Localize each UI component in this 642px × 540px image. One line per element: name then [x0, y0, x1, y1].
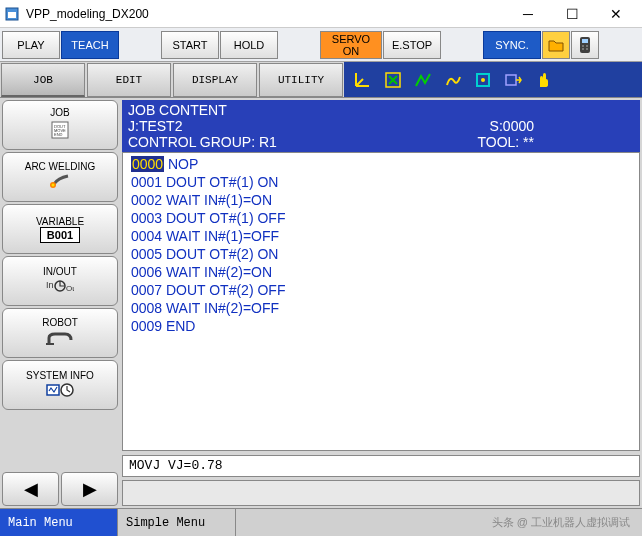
- tab-display[interactable]: DISPLAY: [173, 63, 257, 97]
- job-header: JOB CONTENT J:TEST2 S:0000 CONTROL GROUP…: [122, 100, 640, 152]
- tab-edit[interactable]: EDIT: [87, 63, 171, 97]
- sidebar-system-info[interactable]: SYSTEM INFO: [2, 360, 118, 410]
- sidebar-arc-label: ARC WELDING: [25, 161, 96, 172]
- minimize-button[interactable]: ─: [506, 1, 550, 27]
- svg-text:END: END: [54, 132, 63, 137]
- variable-value: B001: [40, 227, 80, 243]
- svg-point-7: [586, 48, 588, 50]
- content-pane: JOB CONTENT J:TEST2 S:0000 CONTROL GROUP…: [120, 98, 642, 508]
- status-bar: [122, 480, 640, 506]
- speed-icon[interactable]: [410, 67, 436, 93]
- job-name: J:TEST2: [128, 118, 182, 134]
- sidebar-sysinfo-label: SYSTEM INFO: [26, 370, 94, 381]
- svg-rect-3: [582, 39, 588, 43]
- menu-bar: JOB EDIT DISPLAY UTILITY: [0, 62, 642, 98]
- document-icon: DOUTMOVEEND: [49, 120, 71, 144]
- estop-button[interactable]: E.STOP: [383, 31, 441, 59]
- svg-point-10: [481, 78, 485, 82]
- program-line[interactable]: 0008 WAIT IN#(2)=OFF: [127, 299, 635, 317]
- watermark: 头条 @ 工业机器人虚拟调试: [236, 509, 642, 536]
- program-line[interactable]: 0004 WAIT IN#(1)=OFF: [127, 227, 635, 245]
- play-button[interactable]: PLAY: [2, 31, 60, 59]
- command-line[interactable]: MOVJ VJ=0.78: [122, 455, 640, 477]
- sidebar-robot[interactable]: ROBOT: [2, 308, 118, 358]
- coord-icon[interactable]: [350, 67, 376, 93]
- control-group: CONTROL GROUP: R1: [128, 134, 277, 150]
- step-display: S:0000: [490, 118, 534, 134]
- mode-toolbar: PLAY TEACH START HOLD SERVO ON E.STOP SY…: [0, 28, 642, 62]
- program-line[interactable]: 0006 WAIT IN#(2)=ON: [127, 263, 635, 281]
- step-icon[interactable]: [500, 67, 526, 93]
- frame-icon[interactable]: [470, 67, 496, 93]
- program-line[interactable]: 0007 DOUT OT#(2) OFF: [127, 281, 635, 299]
- sidebar-inout[interactable]: IN/OUT InOut: [2, 256, 118, 306]
- program-listing[interactable]: 0000 NOP 0001 DOUT OT#(1) ON 0002 WAIT I…: [122, 152, 640, 451]
- robot-arm-icon: [45, 330, 75, 350]
- start-button[interactable]: START: [161, 31, 219, 59]
- program-line[interactable]: 0003 DOUT OT#(1) OFF: [127, 209, 635, 227]
- svg-rect-1: [8, 12, 16, 18]
- window-title: VPP_modeling_DX200: [26, 7, 506, 21]
- close-button[interactable]: ✕: [594, 1, 638, 27]
- torch-icon: [48, 174, 72, 194]
- program-line[interactable]: 0001 DOUT OT#(1) ON: [127, 173, 635, 191]
- run-icon[interactable]: [440, 67, 466, 93]
- teach-button[interactable]: TEACH: [61, 31, 119, 59]
- simple-menu-button[interactable]: Simple Menu: [118, 509, 236, 536]
- sync-button[interactable]: SYNC.: [483, 31, 541, 59]
- sidebar-robot-label: ROBOT: [42, 317, 78, 328]
- sidebar-variable[interactable]: VARIABLE B001: [2, 204, 118, 254]
- svg-text:Out: Out: [66, 284, 74, 293]
- sidebar-inout-label: IN/OUT: [43, 266, 77, 277]
- svg-text:In: In: [46, 280, 54, 290]
- program-line[interactable]: 0009 END: [127, 317, 635, 335]
- bottom-bar: Main Menu Simple Menu 头条 @ 工业机器人虚拟调试: [0, 508, 642, 536]
- pendant-icon[interactable]: [571, 31, 599, 59]
- sidebar-job-label: JOB: [50, 107, 69, 118]
- program-line[interactable]: 0005 DOUT OT#(2) ON: [127, 245, 635, 263]
- svg-rect-21: [46, 343, 54, 345]
- nav-prev-button[interactable]: ◀: [2, 472, 59, 506]
- svg-point-5: [586, 45, 588, 47]
- main-menu-button[interactable]: Main Menu: [0, 509, 118, 536]
- maximize-button[interactable]: ☐: [550, 1, 594, 27]
- title-bar: VPP_modeling_DX200 ─ ☐ ✕: [0, 0, 642, 28]
- main-area: JOB DOUTMOVEEND ARC WELDING VARIABLE B00…: [0, 98, 642, 508]
- svg-rect-11: [506, 75, 516, 85]
- sidebar-variable-label: VARIABLE: [36, 216, 84, 227]
- tab-utility[interactable]: UTILITY: [259, 63, 343, 97]
- job-content-title: JOB CONTENT: [128, 102, 634, 118]
- icon-toolbar: [344, 62, 642, 97]
- inout-icon: InOut: [46, 279, 74, 297]
- app-icon: [4, 6, 20, 22]
- sidebar: JOB DOUTMOVEEND ARC WELDING VARIABLE B00…: [0, 98, 120, 508]
- folder-icon[interactable]: [542, 31, 570, 59]
- svg-point-6: [582, 48, 584, 50]
- program-line[interactable]: 0002 WAIT IN#(1)=ON: [127, 191, 635, 209]
- hold-button[interactable]: HOLD: [220, 31, 278, 59]
- hand-icon[interactable]: [530, 67, 556, 93]
- tab-job[interactable]: JOB: [1, 63, 85, 97]
- svg-point-17: [52, 183, 55, 186]
- servo-on-button[interactable]: SERVO ON: [320, 31, 382, 59]
- safety-icon[interactable]: [380, 67, 406, 93]
- program-line[interactable]: 0000 NOP: [127, 155, 635, 173]
- system-info-icon: [46, 383, 74, 401]
- svg-point-4: [582, 45, 584, 47]
- sidebar-arc-welding[interactable]: ARC WELDING: [2, 152, 118, 202]
- sidebar-job[interactable]: JOB DOUTMOVEEND: [2, 100, 118, 150]
- nav-next-button[interactable]: ▶: [61, 472, 118, 506]
- tool-display: TOOL: **: [477, 134, 534, 150]
- nav-row: ◀ ▶: [2, 472, 118, 506]
